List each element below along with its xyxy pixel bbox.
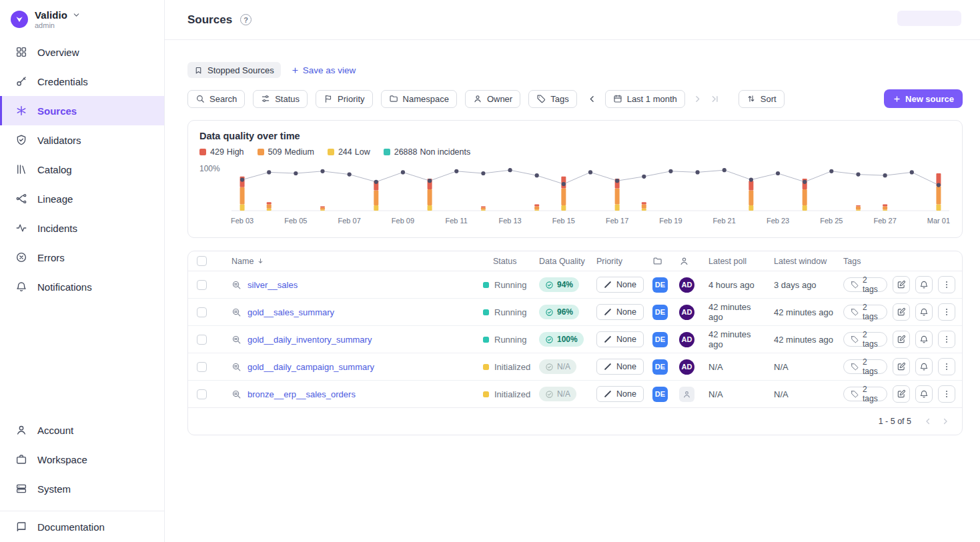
edit-button[interactable] <box>893 276 910 293</box>
edit-button[interactable] <box>893 385 910 403</box>
workspace-switcher[interactable]: Validio admin <box>0 7 164 37</box>
row-checkbox[interactable] <box>197 335 207 345</box>
select-all-checkbox[interactable] <box>197 256 207 266</box>
priority-badge[interactable]: None <box>596 331 644 347</box>
sidebar-item-validators[interactable]: Validators <box>0 125 164 155</box>
sidebar-item-credentials[interactable]: Credentials <box>0 67 164 96</box>
row-checkbox[interactable] <box>197 389 207 399</box>
header-namespace[interactable] <box>647 251 674 271</box>
save-as-view-label: Save as view <box>303 65 356 75</box>
header-priority[interactable]: Priority <box>588 251 647 271</box>
header-latest-poll[interactable]: Latest poll <box>700 251 766 271</box>
sidebar-item-workspace[interactable]: Workspace <box>0 445 164 474</box>
header-name[interactable]: Name <box>215 251 483 271</box>
source-name-link[interactable]: silver__sales <box>248 280 298 290</box>
more-actions-button[interactable] <box>938 276 955 293</box>
priority-filter-button[interactable]: Priority <box>316 90 372 108</box>
table-row[interactable]: gold__daily_campaign_summary Initialized… <box>188 353 962 381</box>
sidebar-item-lineage[interactable]: Lineage <box>0 184 164 213</box>
owner-avatar[interactable]: AD <box>679 359 694 375</box>
tags-filter-button[interactable]: Tags <box>528 90 576 108</box>
sidebar-item-documentation[interactable]: Documentation <box>0 511 164 542</box>
status-filter-button[interactable]: Status <box>253 90 308 108</box>
header-status[interactable]: Status <box>483 251 531 271</box>
sidebar-item-sources[interactable]: Sources <box>0 96 164 125</box>
edit-button[interactable] <box>893 303 910 321</box>
saved-view-chip[interactable]: Stopped Sources <box>187 62 281 78</box>
table-row[interactable]: gold__sales_summary Running 96% None DE … <box>188 299 962 326</box>
edit-button[interactable] <box>893 358 910 375</box>
namespace-badge[interactable]: DE <box>652 332 668 347</box>
namespace-filter-button[interactable]: Namespace <box>381 90 457 108</box>
priority-badge[interactable]: None <box>596 304 644 320</box>
priority-badge[interactable]: None <box>596 386 644 402</box>
sidebar-item-notifications[interactable]: Notifications <box>0 272 164 301</box>
sort-button[interactable]: Sort <box>739 90 785 108</box>
more-actions-button[interactable] <box>938 331 955 348</box>
more-actions-button[interactable] <box>938 303 955 321</box>
priority-badge[interactable]: None <box>596 359 644 375</box>
header-latest-window[interactable]: Latest window <box>766 251 835 271</box>
date-range-button[interactable]: Last 1 month <box>605 90 685 108</box>
table-row[interactable]: gold__daily_inventory_summary Running 10… <box>188 326 962 353</box>
notifications-button[interactable] <box>915 358 933 375</box>
table-row[interactable]: silver__sales Running 94% None DE AD 4 h… <box>188 271 962 299</box>
owner-avatar[interactable]: AD <box>679 332 694 347</box>
more-actions-button[interactable] <box>938 358 955 375</box>
notifications-button[interactable] <box>915 276 933 293</box>
sidebar-item-overview[interactable]: Overview <box>0 37 164 67</box>
sidebar-item-incidents[interactable]: Incidents <box>0 213 164 243</box>
header-owner[interactable] <box>674 251 700 271</box>
new-source-button[interactable]: New source <box>884 89 963 108</box>
sidebar-item-account[interactable]: Account <box>0 415 164 445</box>
sidebar-item-label: Incidents <box>37 223 77 234</box>
owner-placeholder-icon[interactable] <box>679 387 694 402</box>
source-name-link[interactable]: gold__daily_inventory_summary <box>248 335 372 345</box>
status-indicator <box>483 391 489 397</box>
source-name-link[interactable]: gold__sales_summary <box>248 307 334 317</box>
namespace-badge[interactable]: DE <box>652 277 668 293</box>
source-name-link[interactable]: bronze__erp__sales_orders <box>248 389 356 399</box>
notifications-button[interactable] <box>915 385 933 403</box>
tag-icon <box>851 390 859 398</box>
data-quality-chart[interactable]: Feb 03Feb 05Feb 07Feb 09Feb 11Feb 13Feb … <box>229 159 951 228</box>
owner-avatar[interactable]: AD <box>679 305 694 320</box>
page-next-button[interactable] <box>938 413 953 429</box>
owner-avatar[interactable]: AD <box>679 277 694 293</box>
notifications-button[interactable] <box>915 331 933 348</box>
tags-badge[interactable]: 2 tags <box>843 387 887 401</box>
help-icon[interactable]: ? <box>240 14 252 25</box>
row-checkbox[interactable] <box>197 362 207 372</box>
more-actions-button[interactable] <box>938 385 955 403</box>
owner-filter-button[interactable]: Owner <box>465 90 520 108</box>
save-as-view-button[interactable]: Save as view <box>291 65 356 75</box>
status-cell: Initialized <box>483 381 531 407</box>
header-data-quality[interactable]: Data Quality <box>531 251 588 271</box>
namespace-badge[interactable]: DE <box>652 305 668 320</box>
date-latest-button[interactable] <box>708 91 722 107</box>
date-prev-button[interactable] <box>585 91 600 107</box>
tags-badge[interactable]: 2 tags <box>843 305 887 319</box>
row-checkbox[interactable] <box>197 280 207 290</box>
status-cell: Running <box>483 326 531 353</box>
no-priority-icon <box>604 390 612 398</box>
tags-badge[interactable]: 2 tags <box>843 332 887 347</box>
tags-badge[interactable]: 2 tags <box>843 359 887 374</box>
row-checkbox[interactable] <box>197 307 207 317</box>
table-row[interactable]: bronze__erp__sales_orders Initialized N/… <box>188 381 962 408</box>
page-prev-button[interactable] <box>921 413 935 429</box>
priority-badge[interactable]: None <box>596 277 644 293</box>
svg-text:Feb 15: Feb 15 <box>552 217 575 225</box>
notifications-button[interactable] <box>915 303 933 321</box>
sidebar-item-errors[interactable]: Errors <box>0 243 164 272</box>
sidebar-item-system[interactable]: System <box>0 474 164 503</box>
edit-button[interactable] <box>893 331 910 348</box>
tags-badge[interactable]: 2 tags <box>843 277 887 292</box>
search-button[interactable]: Search <box>187 90 245 108</box>
namespace-badge[interactable]: DE <box>652 359 668 375</box>
sidebar-item-catalog[interactable]: Catalog <box>0 155 164 184</box>
header-tags[interactable]: Tags <box>835 251 887 271</box>
namespace-badge[interactable]: DE <box>652 387 668 402</box>
source-name-link[interactable]: gold__daily_campaign_summary <box>248 362 374 372</box>
date-next-button[interactable] <box>690 91 705 107</box>
